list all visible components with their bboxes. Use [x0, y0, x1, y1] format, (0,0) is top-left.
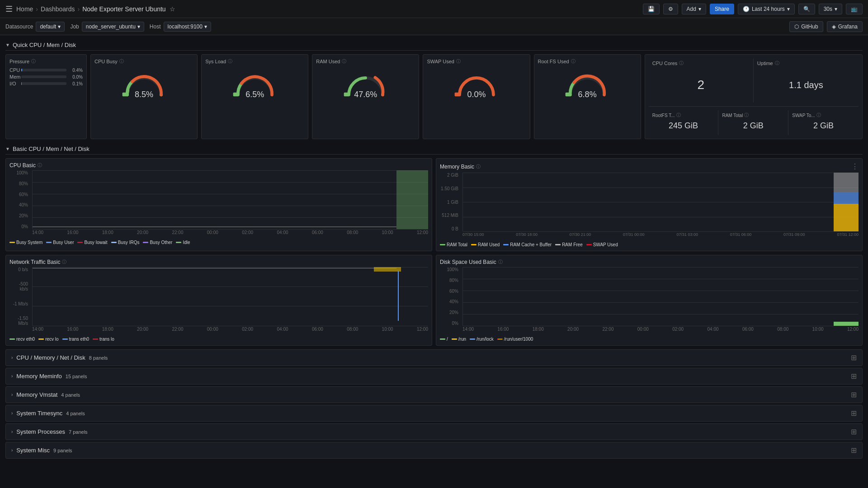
grafana-icon: ◈ — [832, 23, 836, 30]
collapsible-header-4[interactable]: › System Processes 7 panels ⊞ — [6, 424, 862, 440]
rootfs-info2[interactable]: ⓘ — [676, 112, 681, 118]
ram-total-cell: RAM Total ⓘ 2 GiB — [718, 110, 788, 135]
cpu-basic-x-axis: 14:00 16:00 18:00 20:00 22:00 00:00 02:0… — [32, 230, 428, 238]
grafana-button[interactable]: ◈ Grafana — [827, 21, 863, 32]
sys-load-info[interactable]: ⓘ — [228, 58, 232, 65]
uptime-title: Uptime ⓘ — [757, 60, 855, 66]
cpu-busy-panel: CPU Busy ⓘ 8.5% — [90, 54, 198, 139]
cpu-basic-header: CPU Basic ⓘ — [9, 162, 428, 169]
collapsible-section-4: › System Processes 7 panels ⊞ — [5, 423, 863, 440]
share-button[interactable]: Share — [710, 4, 734, 14]
disk-info[interactable]: ⓘ — [498, 259, 503, 265]
net-info[interactable]: ⓘ — [62, 259, 66, 265]
collapsible-header-2[interactable]: › Memory Vmstat 4 panels ⊞ — [6, 387, 862, 403]
collapsible-name-3: System Timesync — [16, 410, 62, 417]
legend-busy-iowait: Busy Iowait — [77, 240, 107, 245]
refresh-label: 30s — [824, 6, 832, 12]
collapsible-name-4: System Processes — [16, 428, 65, 435]
pressure-mem-label: Mem — [9, 74, 19, 80]
collapsible-name-5: System Misc — [16, 447, 50, 454]
display-button[interactable]: 📺 — [846, 4, 863, 14]
mem-x-axis: 07/30 15:00 07/30 18:00 07/30 21:00 07/3… — [462, 232, 859, 240]
collapsible-caret-1: › — [11, 374, 13, 379]
ram-info[interactable]: ⓘ — [342, 58, 346, 65]
pressure-panel: Pressure ⓘ CPU 0.4% Mem 0.0% I/O — [5, 54, 87, 139]
github-icon: ⬡ — [794, 23, 799, 30]
cpu-cores-info[interactable]: ⓘ — [679, 60, 684, 66]
legend-busy-system: Busy System — [9, 240, 42, 245]
breadcrumb-dashboards[interactable]: Dashboards — [41, 5, 75, 13]
uptime-value: 1.1 days — [789, 80, 823, 90]
quick-cpu-section-header[interactable]: ▼ Quick CPU / Mem / Disk — [5, 39, 863, 51]
pressure-cpu-bar-fill — [21, 69, 22, 71]
refresh-button[interactable]: 30s ▾ — [819, 4, 842, 14]
datasource-value: default — [40, 23, 56, 30]
svg-rect-2 — [344, 92, 349, 96]
sys-load-panel: Sys Load ⓘ 6.5% — [201, 54, 308, 139]
legend-swap-used: SWAP Used — [586, 242, 618, 247]
cpu-baseline — [33, 226, 396, 227]
collapsible-count-4: 7 panels — [69, 429, 88, 435]
github-button[interactable]: ⬡ GitHub — [789, 21, 823, 32]
collapsible-title-1: › Memory Meminfo 15 panels — [11, 373, 87, 380]
cpu-busy-info[interactable]: ⓘ — [119, 58, 124, 65]
collapsible-grid-icon-5: ⊞ — [851, 446, 857, 455]
collapsible-header-1[interactable]: › Memory Meminfo 15 panels ⊞ — [6, 368, 862, 384]
collapsible-section-5: › System Misc 9 panels ⊞ — [5, 442, 863, 459]
add-button[interactable]: Add ▾ — [682, 4, 706, 14]
collapsible-section-0: › CPU / Memory / Net / Disk 8 panels ⊞ — [5, 349, 863, 366]
collapsible-title-3: › System Timesync 4 panels — [11, 410, 85, 417]
basic-cpu-section-header[interactable]: ▼ Basic CPU / Mem / Net / Disk — [5, 143, 863, 155]
rootfs-info[interactable]: ⓘ — [571, 58, 576, 65]
swap-info[interactable]: ⓘ — [456, 58, 461, 65]
cpu-basic-y-axis: 100% 80% 60% 40% 20% 0% — [9, 170, 30, 229]
root-fs-value: 6.8% — [578, 90, 597, 99]
host-label: Host — [150, 23, 161, 30]
cpu-busy-gauge: 8.5% — [94, 67, 193, 103]
legend-ram-free: RAM Free — [555, 242, 583, 247]
settings-button[interactable]: ⚙ — [663, 4, 678, 14]
ram-used-value: 47.6% — [354, 90, 377, 99]
mem-basic-info[interactable]: ⓘ — [476, 164, 481, 170]
rootfs-total-value: 245 GiB — [652, 118, 715, 133]
nav-left: ☰ Home › Dashboards › Node Exporter Serv… — [5, 4, 639, 14]
pressure-mem-bar-bg — [21, 75, 66, 78]
filter-toolbar: Datasource default ▾ Job node_server_ubu… — [0, 18, 868, 35]
save-button[interactable]: 💾 — [643, 4, 660, 14]
job-select[interactable]: node_server_ubuntu ▾ — [82, 22, 144, 32]
legend-recv-lo: recv lo — [38, 337, 58, 342]
collapsible-caret-2: › — [11, 392, 13, 397]
breadcrumb-home[interactable]: Home — [16, 5, 33, 13]
uptime-info[interactable]: ⓘ — [775, 60, 779, 66]
cpu-basic-info[interactable]: ⓘ — [38, 162, 42, 169]
zoom-button[interactable]: 🔍 — [798, 4, 815, 14]
host-select[interactable]: localhost:9100 ▾ — [164, 22, 211, 32]
collapsible-count-2: 4 panels — [61, 392, 80, 398]
swap-total-cell: SWAP To... ⓘ 2 GiB — [788, 110, 859, 135]
memory-more-button[interactable]: ⋮ — [851, 162, 859, 171]
disk-bar — [834, 322, 859, 326]
pressure-info-icon[interactable]: ⓘ — [31, 58, 36, 65]
disk-basic-panel: Disk Space Used Basic ⓘ 100% 80% 60% 40%… — [436, 255, 863, 346]
mem-stacks — [834, 173, 859, 231]
legend-disk-runlock: /run/lock — [470, 337, 494, 342]
swap-total-info[interactable]: ⓘ — [816, 112, 821, 118]
collapsible-grid-icon-2: ⊞ — [851, 390, 857, 399]
collapsible-header-3[interactable]: › System Timesync 4 panels ⊞ — [6, 405, 862, 421]
cpu-basic-inner — [32, 170, 428, 229]
cpu-basic-legend: Busy System Busy User Busy Iowait Busy I… — [9, 240, 428, 245]
favorite-star[interactable]: ☆ — [170, 5, 175, 13]
top-navigation: ☰ Home › Dashboards › Node Exporter Serv… — [0, 0, 868, 18]
collapsible-header-0[interactable]: › CPU / Memory / Net / Disk 8 panels ⊞ — [6, 350, 862, 366]
cpu-basic-panel: CPU Basic ⓘ 100% 80% 60% 40% 20% 0% — [5, 158, 432, 251]
hamburger-menu[interactable]: ☰ — [5, 4, 13, 14]
ram-total-info[interactable]: ⓘ — [744, 112, 749, 118]
time-range-button[interactable]: 🕐 Last 24 hours ▾ — [738, 4, 795, 14]
datasource-select[interactable]: default ▾ — [36, 22, 65, 32]
breadcrumb: Home › Dashboards › Node Exporter Server… — [16, 5, 166, 13]
mem-y-axis: 2 GiB 1.50 GiB 1 GiB 512 MiB 0 B — [440, 173, 460, 231]
job-value: node_server_ubuntu — [86, 23, 136, 30]
add-label: Add — [687, 6, 696, 12]
collapsible-header-5[interactable]: › System Misc 9 panels ⊞ — [6, 442, 862, 458]
host-value: localhost:9100 — [168, 23, 203, 30]
